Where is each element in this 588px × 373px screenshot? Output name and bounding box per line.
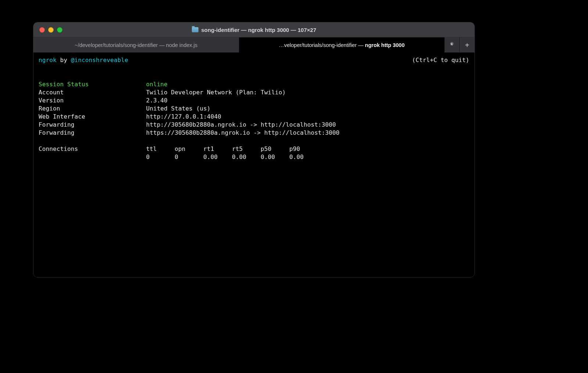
traffic-lights — [33, 27, 62, 33]
tab-ngrok[interactable]: …veloper/tutorials/song-identifier — ngr… — [239, 37, 445, 53]
folder-icon — [192, 27, 198, 32]
tab-label-bright: ngrok http 3000 — [365, 42, 405, 48]
window-title: song-identifier — ngrok http 3000 — 107×… — [33, 27, 474, 33]
new-tab-button[interactable]: + — [460, 37, 474, 53]
ngrok-brand: ngrok — [39, 57, 57, 64]
blank-line — [39, 137, 42, 144]
tabbar: ~/developer/tutorials/song-identifier — … — [33, 37, 474, 53]
forwarding-https-row: Forwarding https://305680b2880a.ngrok.io… — [39, 129, 340, 136]
window-title-text: song-identifier — ngrok http 3000 — 107×… — [201, 27, 316, 33]
terminal-window: song-identifier — ngrok http 3000 — 107×… — [33, 22, 475, 278]
titlebar[interactable]: song-identifier — ngrok http 3000 — 107×… — [33, 22, 474, 37]
close-button[interactable] — [39, 27, 45, 33]
web-interface-row: Web Interface http://127.0.0.1:4040 — [39, 113, 221, 120]
account-row: Account Twilio Developer Network (Plan: … — [39, 89, 286, 96]
by-text: by — [57, 57, 71, 64]
session-status-label: Session Status online — [39, 81, 168, 88]
minimize-button[interactable] — [48, 27, 54, 33]
spinner-icon — [449, 42, 455, 48]
author-handle: @inconshreveable — [71, 57, 128, 64]
connections-header-row: Connections ttl opn rt1 rt5 p50 p90 — [39, 145, 300, 152]
tab-label: ~/developer/tutorials/song-identifier — … — [75, 42, 197, 48]
blank-line — [39, 73, 42, 80]
zoom-button[interactable] — [57, 27, 62, 33]
tab-activity-indicator — [445, 37, 460, 53]
version-row: Version 2.3.40 — [39, 97, 168, 104]
plus-icon: + — [465, 41, 469, 50]
region-row: Region United States (us) — [39, 105, 211, 112]
terminal-body[interactable]: ngrok by @inconshreveable(Ctrl+C to quit… — [33, 52, 474, 277]
quit-hint: (Ctrl+C to quit) — [412, 56, 469, 64]
session-status-value: online — [146, 81, 167, 88]
tab-node-index[interactable]: ~/developer/tutorials/song-identifier — … — [33, 37, 239, 53]
tab-label-prefix: …veloper/tutorials/song-identifier — — [279, 42, 365, 48]
connections-values-row: 0 0 0.00 0.00 0.00 0.00 — [39, 153, 304, 160]
forwarding-http-row: Forwarding http://305680b2880a.ngrok.io … — [39, 121, 336, 128]
